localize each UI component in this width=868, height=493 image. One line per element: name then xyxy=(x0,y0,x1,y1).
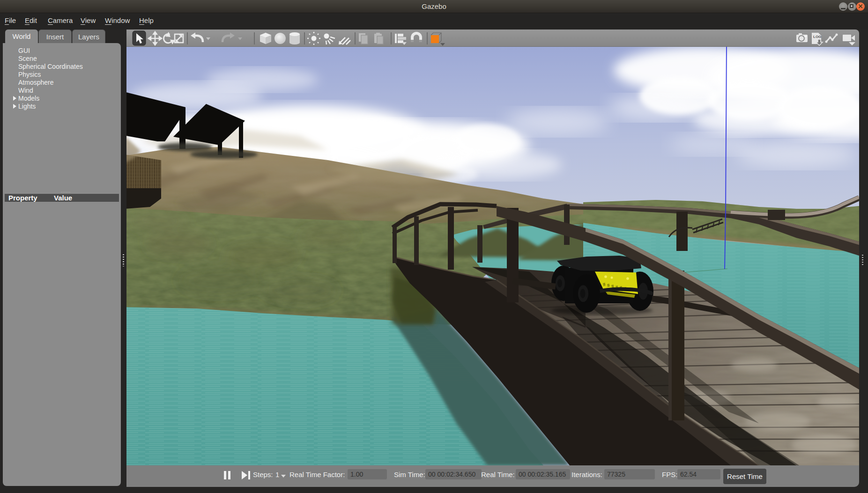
svg-text:LOG: LOG xyxy=(813,35,821,39)
